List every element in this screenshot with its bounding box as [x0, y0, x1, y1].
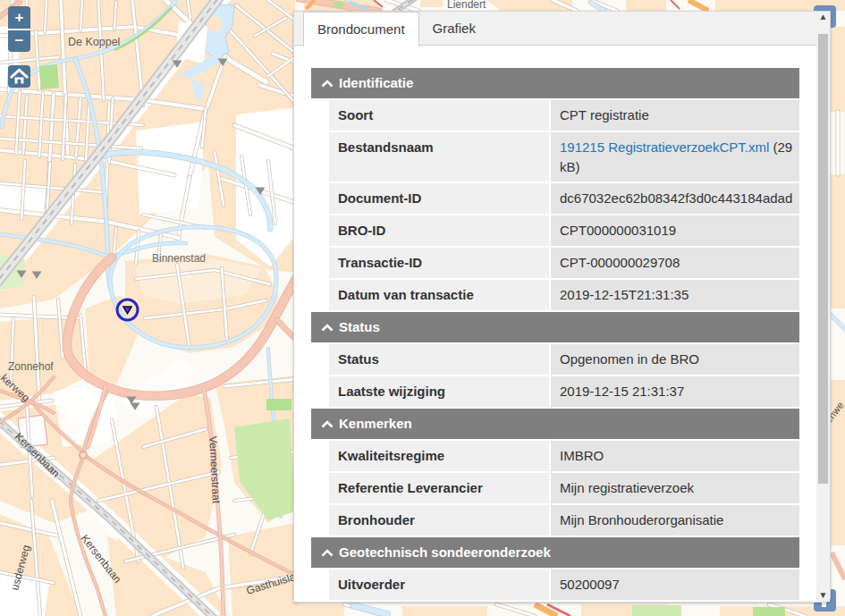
svg-text:Zonnehof: Zonnehof [8, 360, 54, 373]
svg-text:De Koppel: De Koppel [68, 36, 120, 48]
svg-text:Liendert: Liendert [447, 0, 486, 11]
svg-text:Binnenstad: Binnenstad [152, 252, 206, 265]
